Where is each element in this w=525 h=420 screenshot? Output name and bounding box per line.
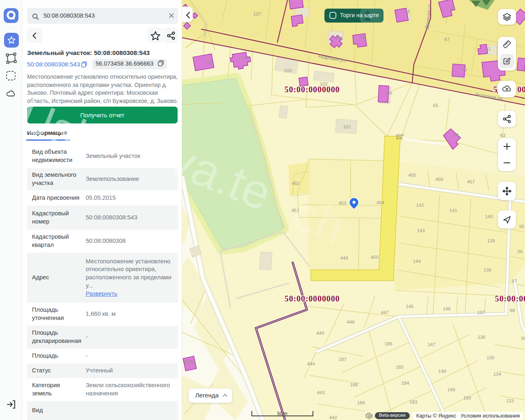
svg-text:50:00:0000000: 50:00:0000000: [284, 85, 340, 94]
svg-text:146: 146: [443, 306, 450, 311]
svg-text:50:00:0000000: 50:00:0000000: [284, 294, 340, 303]
svg-text:453: 453: [338, 201, 346, 205]
svg-text:149: 149: [447, 387, 455, 392]
svg-text:456: 456: [435, 177, 443, 182]
svg-text:137: 137: [253, 11, 261, 16]
svg-text:98: 98: [510, 308, 515, 313]
svg-text:98: 98: [405, 9, 410, 14]
svg-text:137: 137: [477, 310, 485, 315]
svg-text:184: 184: [401, 381, 409, 386]
svg-text:183: 183: [409, 399, 417, 404]
svg-text:138: 138: [483, 267, 491, 272]
svg-text:142: 142: [416, 203, 424, 208]
svg-text:455: 455: [408, 173, 416, 178]
svg-text:189: 189: [357, 400, 365, 405]
svg-text:101: 101: [343, 124, 351, 129]
svg-text:64: 64: [454, 132, 459, 137]
svg-text:140: 140: [485, 214, 493, 219]
svg-text:150: 150: [463, 395, 471, 400]
svg-text:185: 185: [395, 365, 403, 370]
svg-text:63: 63: [500, 133, 506, 138]
svg-text:457: 457: [467, 179, 475, 184]
svg-text:68: 68: [450, 6, 455, 11]
svg-text:148: 148: [438, 369, 446, 374]
svg-text:449: 449: [340, 256, 348, 260]
svg-text:99: 99: [360, 35, 365, 40]
svg-text:141: 141: [241, 55, 249, 60]
svg-text:445: 445: [316, 331, 324, 336]
svg-text:97: 97: [512, 278, 517, 283]
svg-text:141: 141: [449, 208, 457, 213]
svg-text:454: 454: [376, 200, 384, 205]
svg-text:85/86: 85/86: [184, 359, 195, 364]
svg-text:140: 140: [204, 59, 212, 64]
svg-text:67: 67: [445, 37, 450, 42]
svg-text:50:00:0000000: 50:00:0000000: [495, 294, 525, 303]
svg-text:136: 136: [477, 335, 485, 340]
svg-text:65: 65: [433, 103, 438, 108]
svg-text:103: 103: [284, 68, 292, 73]
svg-text:446: 446: [347, 320, 354, 324]
svg-text:143: 143: [417, 228, 425, 233]
svg-text:451: 451: [291, 208, 299, 213]
svg-text:186: 186: [384, 341, 392, 346]
svg-text:104: 104: [335, 36, 343, 41]
svg-text:144: 144: [413, 259, 421, 264]
svg-text:188: 188: [350, 382, 358, 387]
svg-text:133: 133: [506, 398, 514, 403]
svg-text:66: 66: [462, 67, 467, 72]
svg-text:139: 139: [487, 238, 495, 243]
svg-text:99: 99: [521, 336, 525, 341]
svg-text:95: 95: [519, 224, 525, 229]
svg-text:447: 447: [381, 310, 388, 315]
svg-text:452: 452: [292, 181, 299, 186]
svg-text:96: 96: [518, 249, 523, 254]
svg-text:442: 442: [329, 415, 337, 420]
svg-text:147: 147: [427, 342, 435, 347]
svg-text:443: 443: [317, 390, 324, 395]
svg-text:145: 145: [406, 304, 413, 309]
svg-text:61: 61: [486, 46, 491, 51]
svg-text:135: 135: [486, 355, 494, 360]
svg-text:187: 187: [338, 357, 346, 362]
svg-text:444: 444: [307, 361, 315, 366]
svg-text:450: 450: [370, 255, 378, 260]
svg-text:134: 134: [493, 372, 501, 377]
svg-text:100: 100: [384, 91, 392, 96]
